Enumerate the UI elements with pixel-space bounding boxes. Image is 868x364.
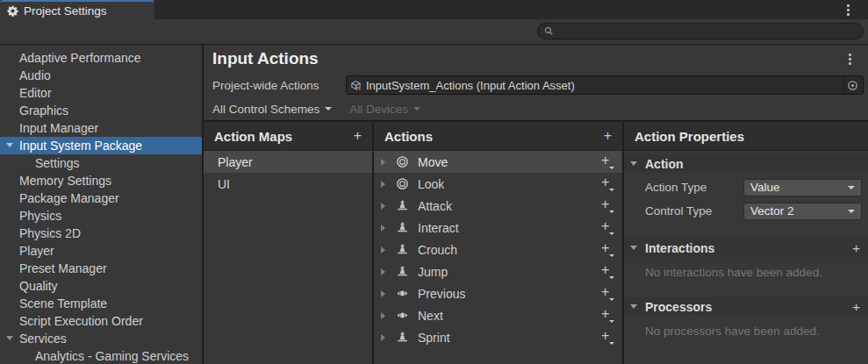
foldout-open-icon[interactable] bbox=[6, 143, 13, 147]
search-icon bbox=[544, 26, 554, 36]
processors-section-title: Processors bbox=[645, 300, 712, 314]
sidebar-item-label: Script Execution Order bbox=[19, 314, 143, 328]
sidebar-item-label: Memory Settings bbox=[19, 174, 111, 188]
add-binding-button[interactable]: + bbox=[600, 309, 614, 323]
action-section-foldout[interactable]: Action bbox=[624, 154, 868, 173]
sidebar-item-editor[interactable]: Editor bbox=[0, 84, 202, 102]
foldout-collapsed-icon[interactable] bbox=[381, 290, 385, 297]
sidebar-item-label: Physics bbox=[19, 209, 61, 223]
action-maps-header: Action Maps + bbox=[204, 122, 372, 151]
action-row-previous[interactable]: Previous+ bbox=[374, 282, 622, 304]
sidebar-item-label: Scene Template bbox=[19, 296, 107, 310]
add-action-map-button[interactable]: + bbox=[354, 129, 362, 143]
settings-sidebar: Adaptive PerformanceAudioEditorGraphicsI… bbox=[0, 45, 204, 364]
action-label: Attack bbox=[418, 199, 452, 213]
sidebar-item-label: Input Manager bbox=[19, 121, 98, 135]
panel-menu-kebab-icon[interactable] bbox=[847, 52, 853, 67]
action-row-jump[interactable]: Jump+ bbox=[374, 261, 622, 282]
actions-column: Actions + Move+Look+Attack+Interact+Crou… bbox=[374, 122, 624, 364]
action-properties-body: Action Action Type Value Control Type bbox=[624, 151, 868, 338]
add-binding-button[interactable]: + bbox=[600, 287, 614, 301]
processors-section-foldout[interactable]: Processors + bbox=[624, 297, 868, 316]
interactions-section-foldout[interactable]: Interactions + bbox=[624, 239, 868, 257]
add-processor-button[interactable]: + bbox=[852, 300, 860, 313]
tab-project-settings[interactable]: Project Settings bbox=[0, 0, 154, 19]
add-binding-button[interactable]: + bbox=[600, 155, 614, 169]
sidebar-item-script-execution-order[interactable]: Script Execution Order bbox=[0, 312, 202, 330]
editor-columns: Action Maps + PlayerUI Actions + Move+Lo… bbox=[204, 122, 868, 364]
foldout-collapsed-icon[interactable] bbox=[381, 334, 385, 341]
window-menu-kebab-icon[interactable] bbox=[845, 3, 851, 18]
control-type-row: Control Type Vector 2 bbox=[624, 202, 868, 220]
sidebar-item-memory-settings[interactable]: Memory Settings bbox=[0, 172, 202, 189]
sidebar-item-quality[interactable]: Quality bbox=[0, 277, 202, 295]
sidebar-item-input-system-package[interactable]: Input System Package bbox=[0, 137, 202, 154]
action-row-move[interactable]: Move+ bbox=[374, 151, 622, 173]
button-icon bbox=[395, 331, 409, 345]
sidebar-item-audio[interactable]: Audio bbox=[0, 67, 202, 84]
add-binding-button[interactable]: + bbox=[600, 331, 614, 345]
foldout-collapsed-icon[interactable] bbox=[381, 203, 385, 210]
input-actions-panel: Input Actions Project-wide Actions Input… bbox=[204, 45, 868, 364]
foldout-collapsed-icon[interactable] bbox=[381, 159, 385, 166]
foldout-collapsed-icon[interactable] bbox=[381, 225, 385, 232]
foldout-collapsed-icon[interactable] bbox=[381, 181, 385, 188]
add-binding-button[interactable]: + bbox=[600, 199, 614, 213]
sidebar-item-services[interactable]: Services bbox=[0, 330, 202, 347]
button-icon bbox=[395, 265, 409, 279]
foldout-collapsed-icon[interactable] bbox=[381, 246, 385, 253]
chevron-down-icon bbox=[848, 210, 855, 213]
foldout-open-icon[interactable] bbox=[6, 336, 13, 340]
control-type-label: Control Type bbox=[645, 204, 743, 218]
chevron-down-icon bbox=[413, 107, 420, 111]
sidebar-item-package-manager[interactable]: Package Manager bbox=[0, 189, 202, 207]
add-binding-button[interactable]: + bbox=[600, 177, 614, 191]
control-type-value: Vector 2 bbox=[750, 204, 848, 218]
sidebar-item-scene-template[interactable]: Scene Template bbox=[0, 295, 202, 312]
chevron-down-icon bbox=[609, 254, 614, 257]
action-map-row-player[interactable]: Player bbox=[204, 151, 372, 173]
sidebar-item-physics[interactable]: Physics bbox=[0, 207, 202, 225]
sidebar-item-settings[interactable]: Settings bbox=[0, 154, 202, 172]
control-type-dropdown[interactable]: Vector 2 bbox=[743, 203, 862, 220]
foldout-collapsed-icon[interactable] bbox=[381, 312, 385, 319]
sidebar-item-adaptive-performance[interactable]: Adaptive Performance bbox=[0, 49, 202, 67]
add-binding-button[interactable]: + bbox=[600, 265, 614, 279]
control-schemes-dropdown[interactable]: All Control Schemes bbox=[212, 103, 332, 116]
devices-dropdown[interactable]: All Devices bbox=[349, 103, 420, 116]
search-input[interactable] bbox=[558, 23, 863, 39]
chevron-down-icon bbox=[848, 186, 855, 189]
sidebar-item-label: Adaptive Performance bbox=[19, 51, 141, 65]
action-map-row-ui[interactable]: UI bbox=[204, 173, 372, 195]
control-schemes-row: All Control Schemes All Devices bbox=[204, 97, 868, 122]
sidebar-item-graphics[interactable]: Graphics bbox=[0, 102, 202, 119]
sidebar-item-label: Package Manager bbox=[19, 191, 119, 205]
project-wide-actions-label: Project-wide Actions bbox=[212, 79, 346, 92]
window-body: Adaptive PerformanceAudioEditorGraphicsI… bbox=[0, 45, 868, 364]
search-field[interactable] bbox=[537, 23, 864, 39]
action-row-attack[interactable]: Attack+ bbox=[374, 195, 622, 217]
button-icon bbox=[395, 243, 409, 257]
sidebar-item-physics-2d[interactable]: Physics 2D bbox=[0, 225, 202, 242]
chevron-down-icon bbox=[609, 189, 614, 191]
action-row-look[interactable]: Look+ bbox=[374, 173, 622, 195]
action-row-next[interactable]: Next+ bbox=[374, 304, 622, 326]
action-type-dropdown[interactable]: Value bbox=[743, 179, 862, 196]
action-row-sprint[interactable]: Sprint+ bbox=[374, 326, 622, 348]
add-action-button[interactable]: + bbox=[604, 129, 612, 143]
foldout-collapsed-icon[interactable] bbox=[381, 268, 385, 275]
add-binding-button[interactable]: + bbox=[600, 243, 614, 257]
action-row-interact[interactable]: Interact+ bbox=[374, 217, 622, 239]
add-binding-button[interactable]: + bbox=[600, 221, 614, 235]
action-properties-title: Action Properties bbox=[635, 129, 744, 144]
object-picker-button[interactable] bbox=[843, 76, 861, 94]
add-interaction-button[interactable]: + bbox=[852, 241, 860, 254]
input-action-asset-field[interactable]: InputSystem_Actions (Input Action Asset) bbox=[346, 75, 864, 95]
sidebar-item-player[interactable]: Player bbox=[0, 242, 202, 260]
sidebar-item-preset-manager[interactable]: Preset Manager bbox=[0, 260, 202, 277]
settings-toolbar bbox=[0, 19, 868, 45]
chevron-down-icon bbox=[609, 276, 614, 279]
sidebar-item-input-manager[interactable]: Input Manager bbox=[0, 119, 202, 137]
action-row-crouch[interactable]: Crouch+ bbox=[374, 239, 622, 261]
sidebar-item-analytics-gaming-services[interactable]: Analytics - Gaming Services bbox=[0, 347, 202, 364]
